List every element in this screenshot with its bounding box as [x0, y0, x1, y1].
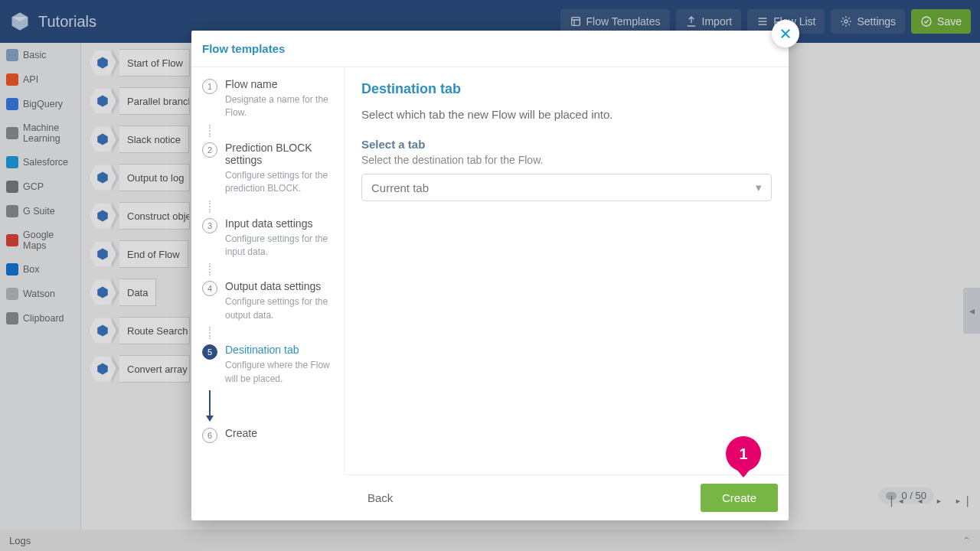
step-number-icon: 2 — [202, 142, 217, 158]
wizard-step-4[interactable]: 4Output data settingsConfigure settings … — [202, 280, 335, 322]
close-modal-button[interactable] — [772, 20, 799, 47]
section-subtitle: Select the destination tab for the Flow. — [361, 154, 772, 166]
step-title: Desitination tab — [225, 344, 335, 356]
chevron-down-icon: ▾ — [756, 181, 762, 194]
step-desc: Configure where the Flow will be placed. — [225, 359, 335, 386]
wizard-step-2[interactable]: 2Prediction BLOCK settingsConfigure sett… — [202, 142, 335, 196]
step-title: Prediction BLOCK settings — [225, 142, 335, 166]
modal-title: Flow templates — [191, 31, 789, 67]
wizard-steps: 1Flow nameDesignate a name for the Flow.… — [191, 67, 345, 474]
step-desc: Configure settings for the prediction BL… — [225, 169, 335, 196]
create-button[interactable]: Create — [701, 484, 778, 512]
marker-number: 1 — [739, 445, 747, 463]
content-description: Select which tab the new Flow will be pl… — [361, 108, 772, 121]
step-title: Create — [225, 427, 335, 439]
step-number-icon: 3 — [202, 218, 217, 233]
step-number-icon: 4 — [202, 281, 217, 296]
flow-templates-modal: Flow templates 1Flow nameDesignate a nam… — [191, 31, 789, 520]
step-title: Output data settings — [225, 280, 335, 292]
close-icon — [779, 27, 792, 41]
step-desc: Designate a name for the Flow. — [225, 93, 335, 120]
back-button[interactable]: Back — [355, 484, 405, 512]
section-title: Select a tab — [361, 138, 772, 151]
step-desc: Configure settings for the output data. — [225, 295, 335, 322]
wizard-step-6[interactable]: 6Create — [202, 427, 335, 439]
modal-content: Destination tab Select which tab the new… — [345, 67, 789, 474]
step-number-icon: 6 — [202, 428, 217, 443]
wizard-step-1[interactable]: 1Flow nameDesignate a name for the Flow. — [202, 78, 335, 120]
step-title: Flow name — [225, 78, 335, 90]
wizard-step-5[interactable]: 5Desitination tabConfigure where the Flo… — [202, 344, 335, 386]
step-number-icon: 5 — [202, 344, 217, 360]
step-number-icon: 1 — [202, 79, 217, 94]
destination-tab-select[interactable]: Current tab ▾ — [361, 174, 772, 201]
step-title: Input data settings — [225, 217, 335, 230]
step-desc: Configure settings for the input data. — [225, 233, 335, 259]
select-value: Current tab — [371, 181, 429, 194]
modal-footer: Back Create — [345, 474, 789, 520]
callout-marker-1: 1 — [726, 436, 761, 478]
wizard-step-3[interactable]: 3Input data settingsConfigure settings f… — [202, 217, 335, 259]
content-heading: Destination tab — [361, 81, 772, 97]
